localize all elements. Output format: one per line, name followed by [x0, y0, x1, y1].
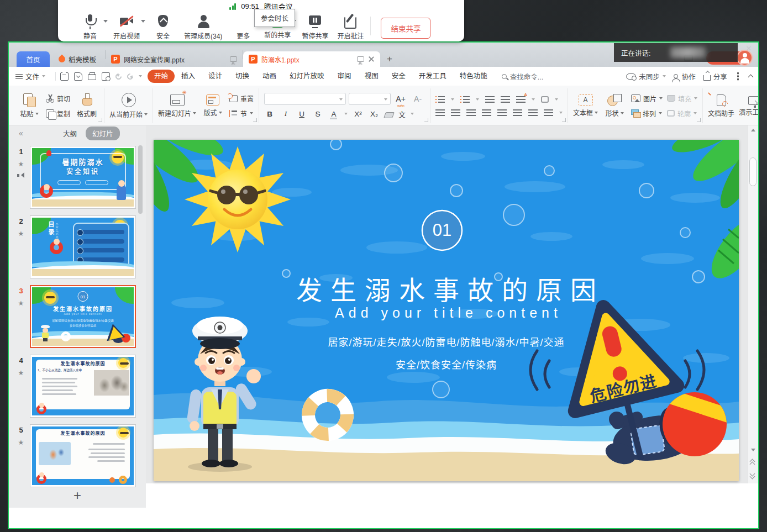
- shapes-button[interactable]: 形状: [602, 94, 627, 118]
- tab-home[interactable]: 首页: [17, 51, 50, 67]
- menu-tab-review[interactable]: 审阅: [331, 70, 358, 83]
- close-tab-icon[interactable]: [368, 56, 375, 62]
- slide-thumbnail-1[interactable]: 暑期防溺水 安全知识: [30, 146, 136, 209]
- scroll-up-icon[interactable]: [751, 129, 755, 131]
- share-button[interactable]: 分享: [703, 71, 727, 82]
- slide-thumbnail-4[interactable]: 发生溺水事故的原因 1、不小心从池边、岸边落入水中: [30, 355, 136, 418]
- menu-tab-slideshow[interactable]: 幻灯片放映: [283, 70, 331, 83]
- end-share-button[interactable]: 结束共享: [381, 18, 430, 39]
- video-dropdown-icon[interactable]: [141, 20, 145, 23]
- slide-thumbnail-3-selected[interactable]: 01 发生溺水事故的原因 Add your title content 居家/游…: [30, 285, 136, 348]
- section-button[interactable]: 节: [229, 109, 254, 118]
- textbox-button[interactable]: A 文本框: [573, 94, 598, 117]
- new-slide-button[interactable]: 新建幻灯片: [158, 94, 196, 118]
- format-painter-button[interactable]: 格式刷: [75, 93, 99, 118]
- scrollbar-thumb[interactable]: [749, 157, 757, 186]
- cut-button[interactable]: 剪切: [46, 94, 70, 103]
- print-preview-icon[interactable]: [102, 72, 110, 81]
- slide-body-line2[interactable]: 安全/饮食安全/传染病: [154, 357, 739, 371]
- copy-button[interactable]: 复制: [46, 109, 70, 118]
- add-slide-button[interactable]: +: [69, 488, 86, 503]
- picture-button[interactable]: 图片: [631, 94, 663, 103]
- superscript-button[interactable]: X²: [353, 110, 364, 118]
- previous-slide-button[interactable]: [750, 460, 755, 465]
- slide-thumbnail-2[interactable]: 目录 CONTENTS: [30, 215, 136, 278]
- numbered-list-icon[interactable]: [460, 96, 470, 103]
- fill-button[interactable]: 填充: [667, 94, 697, 103]
- slide-title[interactable]: 发生溺水事故的原因: [154, 269, 739, 307]
- menu-tab-design[interactable]: 设计: [202, 70, 229, 83]
- distribute-icon[interactable]: [497, 109, 507, 116]
- clear-format-icon[interactable]: [384, 112, 395, 118]
- menu-tab-view[interactable]: 视图: [358, 70, 385, 83]
- menu-tab-security[interactable]: 安全: [385, 70, 412, 83]
- more-options-icon[interactable]: [737, 75, 739, 77]
- more-button[interactable]: 更多: [231, 12, 255, 40]
- command-search[interactable]: 查找命令...: [502, 71, 543, 82]
- close-icon[interactable]: ×: [746, 44, 752, 54]
- outline-tab[interactable]: 大纲: [56, 127, 83, 140]
- text-border-icon[interactable]: [541, 96, 549, 103]
- collaborate-button[interactable]: 协作: [674, 71, 696, 82]
- decrease-indent-icon[interactable]: [485, 96, 495, 103]
- menu-tab-animation[interactable]: 动画: [256, 70, 283, 83]
- phonetic-guide-button[interactable]: 文: [398, 109, 406, 119]
- subscript-button[interactable]: X₂: [369, 110, 380, 118]
- para-spacing-icon[interactable]: [544, 109, 553, 116]
- arrange-button[interactable]: 排列: [631, 109, 663, 118]
- reset-button[interactable]: 重置: [229, 94, 254, 103]
- shrink-font-button[interactable]: A-: [411, 94, 425, 103]
- undo-icon[interactable]: [114, 72, 123, 81]
- collapse-ribbon-icon[interactable]: [748, 75, 754, 80]
- export-icon[interactable]: [74, 72, 82, 81]
- mute-dropdown-icon[interactable]: [103, 20, 108, 23]
- new-tab-button[interactable]: +: [380, 51, 399, 67]
- slide-thumbnail-5[interactable]: 发生溺水事故的原因: [30, 424, 136, 487]
- line-spacing-icon[interactable]: [528, 109, 538, 116]
- tab-docer-templates[interactable]: 稻壳模板: [50, 51, 105, 67]
- sync-status[interactable]: 未同步: [626, 71, 666, 82]
- vertical-scrollbar[interactable]: [747, 125, 758, 483]
- tab-document-1[interactable]: P 网络安全宣传周.pptx: [106, 51, 243, 67]
- current-slide[interactable]: 危险勿进 01 发生溺水事故的原因 Add your title content…: [154, 140, 739, 481]
- underline-button[interactable]: U: [296, 110, 307, 118]
- menu-file[interactable]: 文件: [15, 71, 51, 82]
- justify-icon[interactable]: [482, 109, 491, 116]
- doc-assistant-button[interactable]: 文档助手: [708, 94, 734, 118]
- security-button[interactable]: 安全: [151, 12, 175, 40]
- layout-button[interactable]: 版式: [201, 94, 225, 117]
- italic-button[interactable]: I: [280, 109, 291, 118]
- sidebar-scrollbar[interactable]: [138, 145, 143, 214]
- chevron-down-icon[interactable]: [139, 75, 142, 77]
- slide-subtitle[interactable]: Add your title content: [154, 305, 739, 321]
- slides-tab[interactable]: 幻灯片: [86, 127, 120, 140]
- pause-share-button[interactable]: 暂停共享: [302, 12, 328, 40]
- manage-members-button[interactable]: 管理成员(34): [184, 12, 222, 40]
- increase-indent-icon[interactable]: [501, 96, 510, 103]
- mute-button[interactable]: 静音: [78, 12, 102, 40]
- align-left-icon[interactable]: [435, 109, 445, 116]
- align-center-icon[interactable]: [451, 109, 460, 116]
- strikethrough-button[interactable]: S: [312, 110, 323, 118]
- start-annotation-button[interactable]: 开启批注: [337, 12, 364, 40]
- save-icon[interactable]: [60, 72, 69, 81]
- font-color-button[interactable]: A: [328, 110, 339, 118]
- menu-tab-home[interactable]: 开始: [148, 70, 175, 83]
- font-size-select[interactable]: [349, 93, 391, 105]
- presentation-tools-button[interactable]: 演示工具: [739, 95, 758, 117]
- align-right-icon[interactable]: [466, 109, 476, 116]
- play-from-current-button[interactable]: 从当前开始: [109, 93, 148, 119]
- text-direction-icon[interactable]: [516, 96, 526, 103]
- tab-document-2-active[interactable]: P 防溺水1.pptx: [243, 51, 380, 67]
- next-slide-button[interactable]: [750, 472, 755, 477]
- bold-button[interactable]: B: [264, 110, 275, 118]
- slide-body-line1[interactable]: 居家/游玩/走失/放火/防雷电/防触电/溺水/中暑/交通: [154, 334, 739, 349]
- redo-icon[interactable]: [126, 72, 135, 81]
- column-spacing-icon[interactable]: [513, 109, 522, 116]
- outline-button[interactable]: 轮廓: [667, 109, 697, 118]
- menu-tab-insert[interactable]: 插入: [175, 70, 202, 83]
- scroll-down-icon[interactable]: [751, 449, 755, 451]
- menu-tab-transition[interactable]: 切换: [229, 70, 256, 83]
- paste-button[interactable]: 粘贴: [17, 93, 41, 118]
- collapse-panel-icon[interactable]: «: [19, 129, 23, 138]
